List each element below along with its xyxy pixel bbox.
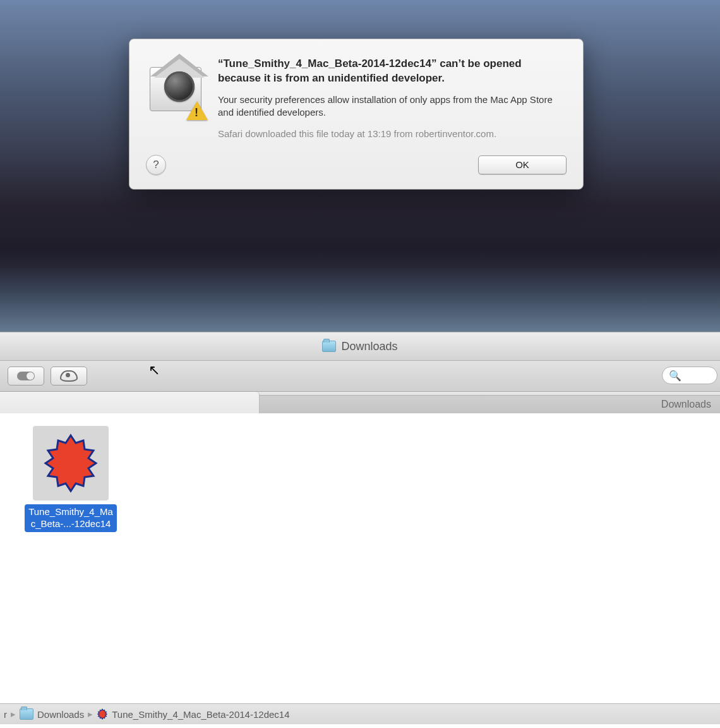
dialog-source-text: Safari downloaded this file today at 13:…: [218, 128, 567, 140]
finder-content-area[interactable]: Tune_Smithy_4_Ma c_Beta-...-12dec14: [0, 413, 720, 710]
finder-tabstrip: Downloads: [0, 392, 720, 413]
ok-button[interactable]: OK: [478, 155, 567, 174]
gatekeeper-dialog: “Tune_Smithy_4_Mac_Beta-2014-12dec14” ca…: [129, 39, 584, 190]
toggle-icon: [17, 372, 35, 380]
path-prev-tail: r: [4, 709, 7, 720]
app-icon: [39, 432, 102, 495]
folder-icon: [322, 341, 336, 352]
toolbar-toggle-button[interactable]: [8, 367, 44, 385]
path-crumb-downloads[interactable]: Downloads: [20, 708, 84, 720]
finder-titlebar[interactable]: Downloads: [0, 332, 720, 361]
window-title: Downloads: [341, 340, 397, 353]
gatekeeper-icon: [146, 58, 204, 116]
crumb-label: Tune_Smithy_4_Mac_Beta-2014-12dec14: [112, 709, 289, 720]
warning-badge-icon: [186, 101, 208, 120]
finder-tab-inactive[interactable]: Downloads: [260, 395, 720, 413]
folder-icon: [20, 708, 33, 720]
finder-toolbar: 🔍: [0, 361, 720, 392]
dialog-body-text: Your security preferences allow installa…: [218, 94, 567, 119]
finder-pathbar: r ▸ Downloads ▸ Tune_Smithy_4_Mac_Beta-2…: [0, 703, 720, 724]
file-name-label: Tune_Smithy_4_Ma c_Beta-...-12dec14: [25, 504, 117, 532]
search-icon: 🔍: [669, 370, 681, 382]
finder-tab-active[interactable]: [0, 392, 260, 413]
chevron-icon: ▸: [88, 708, 93, 720]
svg-marker-2: [98, 709, 107, 719]
search-input[interactable]: [684, 370, 717, 381]
file-item[interactable]: Tune_Smithy_4_Ma c_Beta-...-12dec14: [14, 426, 128, 532]
app-icon: [97, 708, 108, 720]
tab-label: Downloads: [661, 399, 711, 410]
path-crumb-file[interactable]: Tune_Smithy_4_Mac_Beta-2014-12dec14: [97, 708, 289, 720]
svg-marker-1: [45, 435, 96, 491]
dialog-title: “Tune_Smithy_4_Mac_Beta-2014-12dec14” ca…: [218, 57, 567, 86]
chevron-icon: ▸: [11, 708, 16, 720]
file-icon-selected: [33, 426, 109, 500]
eye-icon: [60, 370, 78, 382]
crumb-label: Downloads: [37, 709, 84, 720]
finder-search-field[interactable]: 🔍: [662, 367, 717, 384]
toolbar-quicklook-button[interactable]: [51, 367, 87, 385]
help-button[interactable]: ?: [146, 155, 166, 175]
finder-window: Downloads 🔍 Downloads: [0, 332, 720, 712]
